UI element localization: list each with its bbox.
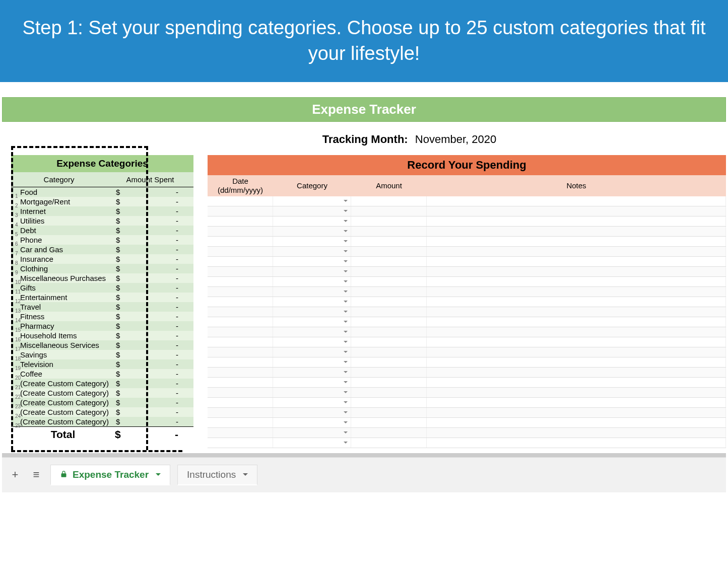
category-name-cell[interactable]: Miscellaneous Purchases bbox=[18, 273, 114, 283]
category-dropdown-cell[interactable] bbox=[273, 398, 351, 407]
date-cell[interactable] bbox=[208, 206, 273, 216]
notes-cell[interactable] bbox=[427, 347, 726, 357]
date-cell[interactable] bbox=[208, 388, 273, 397]
category-name-cell[interactable]: Insurance bbox=[18, 254, 114, 264]
category-dropdown-cell[interactable] bbox=[273, 327, 351, 337]
notes-cell[interactable] bbox=[427, 307, 726, 317]
date-cell[interactable] bbox=[208, 327, 273, 337]
notes-cell[interactable] bbox=[427, 287, 726, 297]
category-dropdown-cell[interactable] bbox=[273, 277, 351, 286]
category-dropdown-cell[interactable] bbox=[273, 237, 351, 246]
category-name-cell[interactable]: Car and Gas bbox=[18, 245, 114, 254]
date-cell[interactable] bbox=[208, 378, 273, 387]
category-dropdown-cell[interactable] bbox=[273, 297, 351, 307]
category-dropdown-cell[interactable] bbox=[273, 247, 351, 256]
category-name-cell[interactable]: Gifts bbox=[18, 283, 114, 293]
category-name-cell[interactable]: (Create Custom Category) bbox=[18, 388, 114, 398]
date-cell[interactable] bbox=[208, 357, 273, 367]
notes-cell[interactable] bbox=[427, 357, 726, 367]
date-cell[interactable] bbox=[208, 227, 273, 236]
category-name-cell[interactable]: Savings bbox=[18, 350, 114, 359]
category-name-cell[interactable]: Television bbox=[18, 359, 114, 369]
date-cell[interactable] bbox=[208, 267, 273, 276]
amount-cell[interactable] bbox=[351, 257, 427, 266]
notes-cell[interactable] bbox=[427, 227, 726, 236]
date-cell[interactable] bbox=[208, 438, 273, 448]
amount-cell[interactable] bbox=[351, 206, 427, 216]
category-dropdown-cell[interactable] bbox=[273, 357, 351, 367]
amount-cell[interactable] bbox=[351, 237, 427, 246]
date-cell[interactable] bbox=[208, 398, 273, 407]
category-name-cell[interactable]: Entertainment bbox=[18, 293, 114, 302]
date-cell[interactable] bbox=[208, 297, 273, 307]
category-dropdown-cell[interactable] bbox=[273, 287, 351, 297]
category-name-cell[interactable]: Miscellaneous Services bbox=[18, 340, 114, 350]
category-dropdown-cell[interactable] bbox=[273, 206, 351, 216]
amount-cell[interactable] bbox=[351, 307, 427, 317]
date-cell[interactable] bbox=[208, 196, 273, 206]
category-name-cell[interactable]: (Create Custom Category) bbox=[18, 407, 114, 417]
notes-cell[interactable] bbox=[427, 388, 726, 397]
sheet-tab-expense-tracker[interactable]: Expense Tracker bbox=[50, 465, 170, 485]
category-name-cell[interactable]: (Create Custom Category) bbox=[18, 398, 114, 407]
category-name-cell[interactable]: Phone bbox=[18, 235, 114, 245]
sheet-tab-instructions[interactable]: Instructions bbox=[177, 465, 257, 485]
category-dropdown-cell[interactable] bbox=[273, 307, 351, 317]
category-dropdown-cell[interactable] bbox=[273, 378, 351, 387]
category-name-cell[interactable]: Household Items bbox=[18, 331, 114, 340]
category-name-cell[interactable]: (Create Custom Category) bbox=[18, 417, 114, 426]
date-cell[interactable] bbox=[208, 257, 273, 266]
category-name-cell[interactable]: Pharmacy bbox=[18, 321, 114, 331]
amount-cell[interactable] bbox=[351, 368, 427, 377]
category-name-cell[interactable]: Debt bbox=[18, 226, 114, 235]
notes-cell[interactable] bbox=[427, 408, 726, 417]
notes-cell[interactable] bbox=[427, 267, 726, 276]
category-dropdown-cell[interactable] bbox=[273, 438, 351, 448]
amount-cell[interactable] bbox=[351, 347, 427, 357]
notes-cell[interactable] bbox=[427, 237, 726, 246]
notes-cell[interactable] bbox=[427, 368, 726, 377]
date-cell[interactable] bbox=[208, 428, 273, 438]
category-dropdown-cell[interactable] bbox=[273, 418, 351, 427]
category-dropdown-cell[interactable] bbox=[273, 337, 351, 347]
category-name-cell[interactable]: Travel bbox=[18, 302, 114, 312]
add-sheet-button[interactable]: + bbox=[8, 468, 22, 482]
notes-cell[interactable] bbox=[427, 247, 726, 256]
amount-cell[interactable] bbox=[351, 327, 427, 337]
amount-cell[interactable] bbox=[351, 297, 427, 307]
amount-cell[interactable] bbox=[351, 408, 427, 417]
notes-cell[interactable] bbox=[427, 418, 726, 427]
date-cell[interactable] bbox=[208, 216, 273, 226]
category-name-cell[interactable]: Clothing bbox=[18, 264, 114, 273]
date-cell[interactable] bbox=[208, 237, 273, 246]
notes-cell[interactable] bbox=[427, 297, 726, 307]
notes-cell[interactable] bbox=[427, 196, 726, 206]
date-cell[interactable] bbox=[208, 368, 273, 377]
notes-cell[interactable] bbox=[427, 398, 726, 407]
amount-cell[interactable] bbox=[351, 227, 427, 236]
category-name-cell[interactable]: Coffee bbox=[18, 369, 114, 379]
amount-cell[interactable] bbox=[351, 428, 427, 438]
amount-cell[interactable] bbox=[351, 398, 427, 407]
category-dropdown-cell[interactable] bbox=[273, 388, 351, 397]
date-cell[interactable] bbox=[208, 307, 273, 317]
notes-cell[interactable] bbox=[427, 317, 726, 327]
notes-cell[interactable] bbox=[427, 428, 726, 438]
date-cell[interactable] bbox=[208, 287, 273, 297]
notes-cell[interactable] bbox=[427, 327, 726, 337]
date-cell[interactable] bbox=[208, 418, 273, 427]
date-cell[interactable] bbox=[208, 247, 273, 256]
all-sheets-button[interactable]: ≡ bbox=[29, 468, 43, 482]
category-dropdown-cell[interactable] bbox=[273, 216, 351, 226]
category-name-cell[interactable]: Food bbox=[18, 187, 114, 197]
category-name-cell[interactable]: Mortgage/Rent bbox=[18, 197, 114, 206]
notes-cell[interactable] bbox=[427, 277, 726, 286]
amount-cell[interactable] bbox=[351, 287, 427, 297]
category-name-cell[interactable]: Utilities bbox=[18, 216, 114, 226]
amount-cell[interactable] bbox=[351, 277, 427, 286]
category-dropdown-cell[interactable] bbox=[273, 317, 351, 327]
category-name-cell[interactable]: Fitness bbox=[18, 312, 114, 321]
amount-cell[interactable] bbox=[351, 196, 427, 206]
amount-cell[interactable] bbox=[351, 378, 427, 387]
category-dropdown-cell[interactable] bbox=[273, 196, 351, 206]
